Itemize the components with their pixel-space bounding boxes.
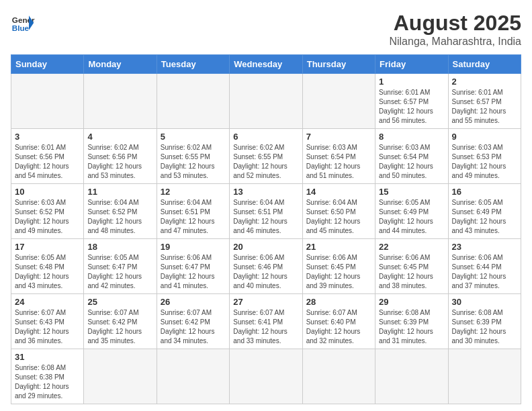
day-info: Sunrise: 6:05 AM Sunset: 6:48 PM Dayligh… xyxy=(15,253,80,291)
calendar-cell: 30Sunrise: 6:08 AM Sunset: 6:39 PM Dayli… xyxy=(448,294,521,349)
day-number: 26 xyxy=(161,297,226,307)
day-info: Sunrise: 6:05 AM Sunset: 6:47 PM Dayligh… xyxy=(87,253,152,291)
day-number: 7 xyxy=(306,132,371,142)
weekday-header: Friday xyxy=(375,55,448,74)
calendar-cell: 8Sunrise: 6:03 AM Sunset: 6:54 PM Daylig… xyxy=(375,129,448,184)
day-number: 24 xyxy=(15,297,80,307)
day-number: 22 xyxy=(379,242,444,252)
calendar-cell: 2Sunrise: 6:01 AM Sunset: 6:57 PM Daylig… xyxy=(448,74,521,129)
calendar-cell: 5Sunrise: 6:02 AM Sunset: 6:55 PM Daylig… xyxy=(157,129,229,184)
day-number: 9 xyxy=(452,132,517,142)
day-number: 17 xyxy=(15,242,80,252)
calendar-cell: 22Sunrise: 6:06 AM Sunset: 6:45 PM Dayli… xyxy=(375,239,448,294)
day-number: 5 xyxy=(161,132,226,142)
calendar-cell: 28Sunrise: 6:07 AM Sunset: 6:40 PM Dayli… xyxy=(302,294,375,349)
calendar-cell xyxy=(157,349,229,404)
weekday-header: Sunday xyxy=(11,55,84,74)
day-info: Sunrise: 6:04 AM Sunset: 6:51 PM Dayligh… xyxy=(233,198,298,236)
day-info: Sunrise: 6:01 AM Sunset: 6:57 PM Dayligh… xyxy=(379,88,444,126)
calendar-cell: 21Sunrise: 6:06 AM Sunset: 6:45 PM Dayli… xyxy=(302,239,375,294)
calendar-cell xyxy=(84,74,157,129)
calendar-cell xyxy=(230,74,302,129)
day-info: Sunrise: 6:04 AM Sunset: 6:51 PM Dayligh… xyxy=(161,198,226,236)
calendar-cell: 10Sunrise: 6:03 AM Sunset: 6:52 PM Dayli… xyxy=(11,184,84,239)
calendar-cell xyxy=(302,74,375,129)
day-number: 30 xyxy=(452,297,517,307)
day-info: Sunrise: 6:06 AM Sunset: 6:45 PM Dayligh… xyxy=(306,253,371,291)
calendar-cell: 15Sunrise: 6:05 AM Sunset: 6:49 PM Dayli… xyxy=(375,184,448,239)
calendar-cell xyxy=(11,74,84,129)
calendar-cell: 19Sunrise: 6:06 AM Sunset: 6:47 PM Dayli… xyxy=(157,239,229,294)
weekday-header: Tuesday xyxy=(157,55,229,74)
day-number: 25 xyxy=(87,297,152,307)
svg-text:Blue: Blue xyxy=(12,24,30,32)
weekday-header: Thursday xyxy=(302,55,375,74)
calendar-table: SundayMondayTuesdayWednesdayThursdayFrid… xyxy=(11,54,521,404)
calendar-cell: 16Sunrise: 6:05 AM Sunset: 6:49 PM Dayli… xyxy=(448,184,521,239)
day-info: Sunrise: 6:04 AM Sunset: 6:50 PM Dayligh… xyxy=(306,198,371,236)
day-info: Sunrise: 6:03 AM Sunset: 6:54 PM Dayligh… xyxy=(306,143,371,181)
day-number: 19 xyxy=(161,242,226,252)
day-number: 6 xyxy=(233,132,298,142)
day-number: 16 xyxy=(452,187,517,197)
weekday-header: Monday xyxy=(84,55,157,74)
day-number: 18 xyxy=(87,242,152,252)
calendar-cell: 13Sunrise: 6:04 AM Sunset: 6:51 PM Dayli… xyxy=(230,184,302,239)
day-info: Sunrise: 6:06 AM Sunset: 6:45 PM Dayligh… xyxy=(379,253,444,291)
day-number: 27 xyxy=(233,297,298,307)
day-number: 4 xyxy=(87,132,152,142)
calendar-cell: 11Sunrise: 6:04 AM Sunset: 6:52 PM Dayli… xyxy=(84,184,157,239)
calendar-cell: 3Sunrise: 6:01 AM Sunset: 6:56 PM Daylig… xyxy=(11,129,84,184)
day-number: 28 xyxy=(306,297,371,307)
calendar-cell: 25Sunrise: 6:07 AM Sunset: 6:42 PM Dayli… xyxy=(84,294,157,349)
logo: General Blue xyxy=(11,11,35,35)
calendar-cell: 27Sunrise: 6:07 AM Sunset: 6:41 PM Dayli… xyxy=(230,294,302,349)
calendar-cell xyxy=(302,349,375,404)
day-number: 31 xyxy=(15,352,80,362)
day-info: Sunrise: 6:06 AM Sunset: 6:44 PM Dayligh… xyxy=(452,253,517,291)
day-info: Sunrise: 6:04 AM Sunset: 6:52 PM Dayligh… xyxy=(87,198,152,236)
calendar-cell xyxy=(157,74,229,129)
day-info: Sunrise: 6:03 AM Sunset: 6:54 PM Dayligh… xyxy=(379,143,444,181)
day-info: Sunrise: 6:07 AM Sunset: 6:41 PM Dayligh… xyxy=(233,308,298,346)
calendar-cell: 24Sunrise: 6:07 AM Sunset: 6:43 PM Dayli… xyxy=(11,294,84,349)
day-info: Sunrise: 6:03 AM Sunset: 6:53 PM Dayligh… xyxy=(452,143,517,181)
day-number: 14 xyxy=(306,187,371,197)
calendar-cell: 31Sunrise: 6:08 AM Sunset: 6:38 PM Dayli… xyxy=(11,349,84,404)
calendar-cell: 4Sunrise: 6:02 AM Sunset: 6:56 PM Daylig… xyxy=(84,129,157,184)
day-number: 3 xyxy=(15,132,80,142)
calendar-subtitle: Nilanga, Maharashtra, India xyxy=(389,36,521,48)
day-number: 15 xyxy=(379,187,444,197)
day-number: 10 xyxy=(15,187,80,197)
day-number: 21 xyxy=(306,242,371,252)
day-number: 29 xyxy=(379,297,444,307)
calendar-title: August 2025 xyxy=(389,11,521,36)
calendar-cell: 17Sunrise: 6:05 AM Sunset: 6:48 PM Dayli… xyxy=(11,239,84,294)
calendar-cell xyxy=(375,349,448,404)
calendar-cell xyxy=(448,349,521,404)
calendar-cell: 12Sunrise: 6:04 AM Sunset: 6:51 PM Dayli… xyxy=(157,184,229,239)
day-number: 8 xyxy=(379,132,444,142)
day-info: Sunrise: 6:07 AM Sunset: 6:42 PM Dayligh… xyxy=(161,308,226,346)
calendar-week-row: 1Sunrise: 6:01 AM Sunset: 6:57 PM Daylig… xyxy=(11,74,521,129)
day-number: 13 xyxy=(233,187,298,197)
day-info: Sunrise: 6:07 AM Sunset: 6:40 PM Dayligh… xyxy=(306,308,371,346)
day-info: Sunrise: 6:02 AM Sunset: 6:55 PM Dayligh… xyxy=(233,143,298,181)
calendar-cell xyxy=(84,349,157,404)
day-info: Sunrise: 6:05 AM Sunset: 6:49 PM Dayligh… xyxy=(452,198,517,236)
weekday-header: Wednesday xyxy=(230,55,302,74)
calendar-cell: 6Sunrise: 6:02 AM Sunset: 6:55 PM Daylig… xyxy=(230,129,302,184)
calendar-cell: 9Sunrise: 6:03 AM Sunset: 6:53 PM Daylig… xyxy=(448,129,521,184)
day-number: 20 xyxy=(233,242,298,252)
calendar-cell: 14Sunrise: 6:04 AM Sunset: 6:50 PM Dayli… xyxy=(302,184,375,239)
day-info: Sunrise: 6:08 AM Sunset: 6:39 PM Dayligh… xyxy=(452,308,517,346)
calendar-week-row: 10Sunrise: 6:03 AM Sunset: 6:52 PM Dayli… xyxy=(11,184,521,239)
page-header: General Blue August 2025 Nilanga, Mahara… xyxy=(11,11,521,48)
day-number: 2 xyxy=(452,77,517,87)
calendar-cell: 20Sunrise: 6:06 AM Sunset: 6:46 PM Dayli… xyxy=(230,239,302,294)
calendar-week-row: 31Sunrise: 6:08 AM Sunset: 6:38 PM Dayli… xyxy=(11,349,521,404)
day-info: Sunrise: 6:06 AM Sunset: 6:46 PM Dayligh… xyxy=(233,253,298,291)
title-block: August 2025 Nilanga, Maharashtra, India xyxy=(389,11,521,48)
logo-icon: General Blue xyxy=(11,11,35,35)
calendar-cell: 29Sunrise: 6:08 AM Sunset: 6:39 PM Dayli… xyxy=(375,294,448,349)
